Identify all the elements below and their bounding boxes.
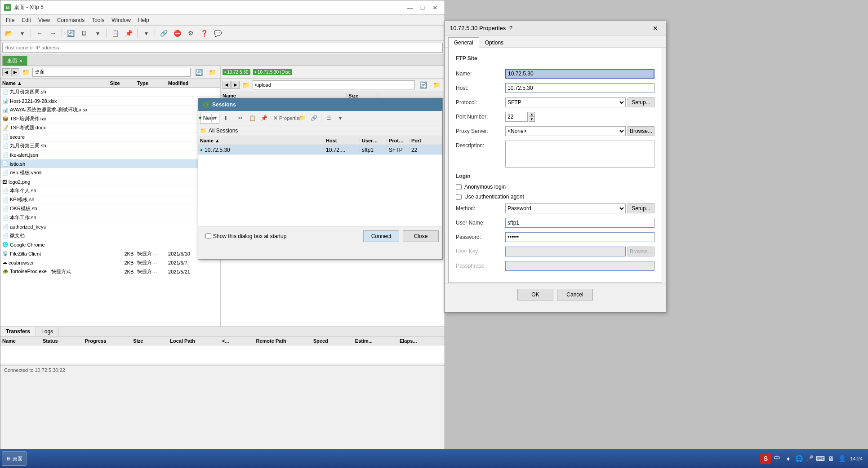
toolbar-refresh-btn[interactable]: 🔄 bbox=[64, 27, 77, 39]
menu-commands[interactable]: Commands bbox=[53, 15, 88, 25]
sessions-connect2-btn[interactable]: 🔗 bbox=[308, 113, 319, 124]
method-select[interactable]: Password Public Key bbox=[505, 203, 626, 213]
props-close-btn[interactable]: ✕ bbox=[650, 23, 660, 33]
sessions-paste-btn[interactable]: 📌 bbox=[258, 113, 269, 124]
proxy-browse-btn[interactable]: Browse... bbox=[628, 126, 654, 136]
taskbar-icon-globe[interactable]: 🌐 bbox=[794, 454, 803, 463]
left-refresh-btn[interactable]: 🔄 bbox=[192, 66, 205, 78]
new-dropdown-btn[interactable]: ▾ bbox=[212, 113, 219, 124]
toolbar-copy-btn[interactable]: 📋 bbox=[109, 27, 121, 39]
taskbar-icon-user[interactable]: 👤 bbox=[837, 454, 846, 463]
file-item[interactable]: 📄secure bbox=[0, 132, 220, 141]
session-col-prot[interactable]: Prot… bbox=[387, 138, 410, 143]
password-input[interactable] bbox=[505, 232, 654, 242]
props-tab-options[interactable]: Options bbox=[479, 37, 509, 48]
name-input[interactable] bbox=[505, 69, 654, 79]
right-col-size-header[interactable]: Size bbox=[347, 93, 378, 98]
auth-agent-checkbox[interactable] bbox=[456, 194, 462, 200]
protocol-select[interactable]: SFTP FTP FTPS bbox=[505, 97, 626, 107]
connect-btn[interactable]: Connect bbox=[363, 230, 399, 242]
file-item[interactable]: 📊Host-2021-09-28.xlsx bbox=[0, 97, 220, 106]
tab-logs[interactable]: Logs bbox=[36, 327, 59, 336]
toolbar-new-session-btn[interactable]: 🖥 bbox=[78, 27, 90, 39]
right-refresh-btn[interactable]: 🔄 bbox=[417, 79, 429, 91]
sessions-new-btn[interactable]: ✦ New bbox=[200, 113, 211, 124]
left-path-input[interactable] bbox=[32, 68, 191, 77]
col-modified-header[interactable]: Modified bbox=[166, 80, 220, 86]
toolbar-back-btn[interactable]: ← bbox=[33, 27, 46, 39]
col-size-header[interactable]: Size bbox=[108, 80, 135, 86]
desc-textarea[interactable] bbox=[505, 141, 654, 168]
taskbar-icon-monitor[interactable]: 🖥 bbox=[827, 454, 836, 463]
menu-help[interactable]: Help bbox=[134, 15, 153, 25]
toolbar-connect-btn[interactable]: 🔗 bbox=[157, 27, 170, 39]
toolbar-chat-btn[interactable]: 💬 bbox=[211, 27, 224, 39]
file-item[interactable]: 📄tke-alert.json bbox=[0, 150, 220, 159]
port-spin-down[interactable]: ▼ bbox=[529, 117, 535, 122]
file-item[interactable]: 📄九月份第三周.sh bbox=[0, 141, 220, 150]
host-input[interactable] bbox=[2, 43, 443, 53]
session-col-port[interactable]: Port bbox=[410, 138, 427, 143]
protocol-setup-btn[interactable]: Setup... bbox=[628, 97, 654, 107]
toolbar-settings-btn[interactable]: ⚙ bbox=[184, 27, 197, 39]
session-col-host[interactable]: Host bbox=[324, 138, 360, 143]
file-item[interactable]: 📝TSF考试题.docx bbox=[0, 124, 220, 132]
session-item[interactable]: ● 10.72.5.30 10.72.... sftp1 SFTP 22 bbox=[198, 145, 442, 155]
toolbar-dropdown-btn[interactable]: ▾ bbox=[16, 27, 28, 39]
taskbar-icon-mic[interactable]: 🎤 bbox=[805, 454, 814, 463]
sessions-cut-btn[interactable]: ✂ bbox=[235, 113, 246, 124]
sessions-folder-btn[interactable]: 📁 bbox=[297, 113, 307, 124]
props-cancel-btn[interactable]: Cancel bbox=[557, 289, 593, 300]
method-setup-btn[interactable]: Setup... bbox=[628, 203, 654, 213]
session-col-name[interactable]: Name ▲ bbox=[198, 138, 324, 143]
left-forward-btn[interactable]: ▶ bbox=[11, 68, 19, 76]
host-field[interactable] bbox=[505, 83, 654, 93]
sessions-copy-btn[interactable]: 📋 bbox=[247, 113, 258, 124]
close-button[interactable]: ✕ bbox=[429, 3, 441, 12]
session-col-user[interactable]: User… bbox=[360, 138, 387, 143]
right-forward-btn[interactable]: ▶ bbox=[231, 81, 240, 89]
proxy-select[interactable]: <None> bbox=[505, 126, 626, 136]
toolbar-help-btn[interactable]: ❓ bbox=[198, 27, 210, 39]
props-help-btn[interactable]: ? bbox=[506, 23, 516, 33]
menu-edit[interactable]: Edit bbox=[18, 15, 35, 25]
toolbar-dropdown3-btn[interactable]: ▾ bbox=[140, 27, 152, 39]
file-item[interactable]: 📡FileZilla Client 2KB 快捷方… 2021/6/10 bbox=[0, 249, 220, 258]
right-col-name-header[interactable]: Name bbox=[221, 93, 347, 98]
tab-desktop[interactable]: 桌面 ✕ bbox=[2, 56, 27, 66]
left-newdir-btn[interactable]: 📁 bbox=[206, 66, 218, 78]
maximize-button[interactable]: □ bbox=[417, 3, 428, 12]
file-item-selected[interactable]: 📄istio.sh bbox=[0, 159, 220, 168]
file-item[interactable]: 📦TSF培训课件.rar bbox=[0, 115, 220, 124]
col-name-header[interactable]: Name ▲ bbox=[0, 80, 108, 86]
menu-file[interactable]: File bbox=[2, 15, 18, 25]
col-type-header[interactable]: Type bbox=[135, 80, 166, 86]
taskbar-icon-kbd[interactable]: ⌨ bbox=[816, 454, 825, 463]
right-path-input[interactable] bbox=[253, 80, 415, 89]
file-item[interactable]: 🐢TortoiseProc.exe - 快捷方式 2KB 快捷方… 2021/5… bbox=[0, 267, 220, 276]
file-item[interactable]: 📄authorized_keys bbox=[0, 222, 220, 231]
toolbar-forward-btn[interactable]: → bbox=[47, 27, 59, 39]
file-item[interactable]: 📄本年个人.sh bbox=[0, 186, 220, 195]
taskbar-icon-cn[interactable]: 中 bbox=[773, 454, 782, 463]
file-item[interactable]: 🖼logo2.png bbox=[0, 177, 220, 186]
props-tab-general[interactable]: General bbox=[448, 37, 479, 48]
toolbar-disconnect-btn[interactable]: ⛔ bbox=[171, 27, 183, 39]
file-item[interactable]: 🌐Google Chrome bbox=[0, 240, 220, 249]
props-ok-btn[interactable]: OK bbox=[517, 289, 553, 300]
sessions-view-btn[interactable]: ☰ bbox=[323, 113, 334, 124]
right-back-btn[interactable]: ◀ bbox=[223, 81, 231, 89]
file-item[interactable]: ☁cosbrowser 2KB 快捷方… 2021/6/7, bbox=[0, 258, 220, 267]
right-newdir-btn[interactable]: 📁 bbox=[430, 79, 443, 91]
sessions-properties-btn[interactable]: Properties bbox=[285, 113, 296, 124]
menu-view[interactable]: View bbox=[35, 15, 53, 25]
port-spin-up[interactable]: ▲ bbox=[529, 112, 535, 117]
tab-close-icon[interactable]: ✕ bbox=[19, 58, 22, 63]
toolbar-open-btn[interactable]: 📂 bbox=[2, 27, 15, 39]
file-item[interactable]: 📄dep-模板.yaml bbox=[0, 168, 220, 177]
taskbar-start[interactable]: 🖥 桌面 bbox=[2, 451, 27, 466]
file-item[interactable]: 📄九月份第四周.sh bbox=[0, 88, 220, 97]
close-sessions-btn[interactable]: Close bbox=[403, 230, 439, 242]
left-back-btn[interactable]: ◀ bbox=[2, 68, 10, 76]
menu-tools[interactable]: Tools bbox=[88, 15, 108, 25]
